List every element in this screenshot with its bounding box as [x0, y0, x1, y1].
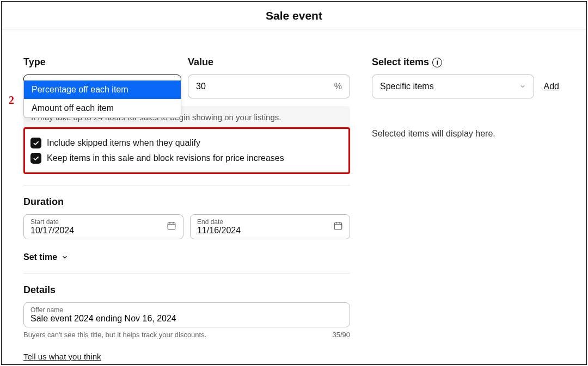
type-option-percentage[interactable]: Percentage off each item [24, 80, 181, 99]
type-option-amount[interactable]: Amount off each item [24, 99, 181, 117]
type-dropdown-panel: Percentage off each item Amount off each… [23, 80, 181, 118]
end-date-value: 11/16/2024 [197, 226, 343, 235]
details-label: Details [23, 284, 350, 296]
set-time-label: Set time [23, 252, 57, 262]
type-label: Type [23, 57, 181, 68]
calendar-icon [333, 221, 343, 233]
checkbox-keep-block-label: Keep items in this sale and block revisi… [47, 153, 284, 163]
start-date-field[interactable]: Start date 10/17/2024 [23, 214, 183, 239]
start-date-value: 10/17/2024 [30, 226, 176, 235]
set-time-toggle[interactable]: Set time [23, 252, 350, 262]
offer-name-input[interactable] [30, 314, 343, 324]
duration-label: Duration [23, 196, 350, 208]
calendar-icon [167, 221, 176, 233]
end-date-field[interactable]: End date 11/16/2024 [190, 214, 350, 239]
highlighted-checkbox-group: Include skipped items when they qualify … [23, 127, 350, 174]
offer-name-helper: Buyers can't see this title, but it help… [23, 331, 206, 339]
value-label: Value [188, 57, 350, 68]
value-input[interactable] [196, 82, 313, 91]
chevron-down-icon [519, 83, 526, 90]
chevron-down-icon [62, 254, 68, 260]
offer-name-counter: 35/90 [332, 331, 350, 339]
checkbox-include-skipped-label: Include skipped items when they qualify [47, 138, 200, 148]
divider [23, 185, 350, 185]
feedback-link[interactable]: Tell us what you think [23, 352, 101, 361]
select-items-label: Select items [372, 57, 429, 68]
svg-rect-1 [334, 223, 342, 229]
value-unit: % [334, 82, 342, 91]
offer-name-mini-label: Offer name [30, 306, 343, 314]
value-input-wrap[interactable]: % [188, 75, 350, 98]
annotation-marker: 2 [9, 94, 14, 107]
page-title: Sale event [2, 2, 586, 29]
svg-rect-0 [168, 223, 175, 229]
selected-items-placeholder: Selected items will display here. [372, 129, 559, 139]
checkbox-include-skipped[interactable] [30, 138, 41, 148]
select-items-dropdown[interactable]: Specific items [372, 75, 534, 98]
info-icon[interactable]: i [432, 58, 442, 67]
checkbox-keep-block[interactable] [30, 153, 41, 164]
end-date-mini-label: End date [197, 218, 343, 226]
add-items-link[interactable]: Add [544, 82, 559, 91]
offer-name-field[interactable]: Offer name [23, 302, 350, 327]
start-date-mini-label: Start date [30, 218, 176, 226]
select-items-dropdown-value: Specific items [380, 82, 434, 91]
divider [23, 273, 350, 274]
